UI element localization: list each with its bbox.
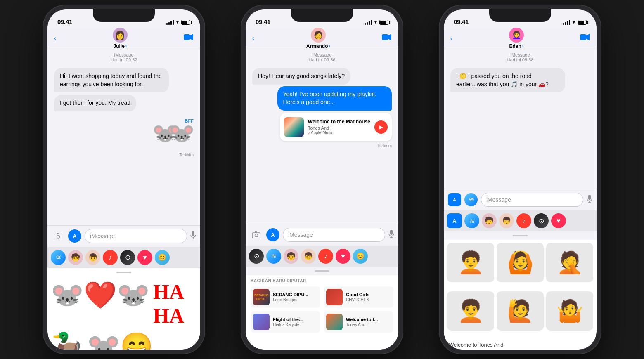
tray-vinyl-3[interactable]: ⊙ [534, 213, 549, 228]
messages-1: Hi! I went shopping today and found the … [47, 66, 200, 159]
avatar-1: 👩 [113, 28, 128, 43]
app-tray-2: ⊙ ≋ 🧒 👦 ♪ ♥ 😊 [246, 246, 398, 267]
tray-heart-2[interactable]: ♥ [336, 249, 350, 264]
video-button-1[interactable] [184, 33, 194, 43]
signal-3 [563, 20, 570, 25]
music-art-2 [284, 117, 304, 137]
sticker-mickey-laugh[interactable]: 🐭😄 [87, 331, 153, 350]
tray-music-3[interactable]: ♪ [516, 213, 531, 228]
tray-vinyl-1[interactable]: ⊙ [120, 250, 135, 265]
camera-button-2[interactable] [250, 228, 263, 241]
tray-avatar-2[interactable]: 👦 [85, 250, 100, 265]
play-button-2[interactable]: ▶ [374, 120, 388, 134]
video-button-3[interactable] [580, 33, 590, 43]
mic-button-3[interactable] [587, 195, 592, 205]
sticker-mickey-minnie-kiss[interactable]: 🐭❤️🐭 [51, 280, 150, 328]
phone-2-wrapper: 09.41 ▾ ‹ 🧑 [223, 0, 421, 359]
tray-avatar-3[interactable]: 🧒 [284, 249, 298, 264]
svg-point-3 [57, 235, 60, 238]
contact-info-1[interactable]: 👩 Julie › [113, 28, 128, 49]
contact-info-3[interactable]: 👩‍🦱 Eden › [509, 28, 524, 49]
msg-2-1: Hey! Hear any good songs lately? [252, 68, 350, 85]
nav-bar-1: ‹ 👩 Julie › [47, 28, 200, 49]
tray-teal-1[interactable]: 😊 [155, 250, 170, 265]
appstore-button-3[interactable]: A [448, 193, 461, 206]
input-bar-2: A iMessage [246, 224, 398, 246]
phone-1-wrapper: 09.41 ▾ ‹ [25, 0, 223, 359]
avatar-3: 👩‍🦱 [509, 28, 524, 43]
message-input-3[interactable]: iMessage [481, 193, 583, 207]
mic-button-2[interactable] [388, 230, 394, 240]
sticker-ha-ha[interactable]: HAHA [153, 280, 184, 328]
back-button-3[interactable]: ‹ [450, 34, 453, 43]
back-button-2[interactable]: ‹ [252, 34, 255, 43]
time-3: 09.41 [454, 18, 469, 25]
tray-waveform-1[interactable]: ≋ [51, 250, 66, 265]
app-tray-1: ≋ 🧒 👦 ♪ ⊙ ♥ 😊 [47, 247, 200, 268]
apps-button-2[interactable]: A [266, 228, 279, 241]
music-info-2: Welcome to the Madhouse Tones And I ♪ Ap… [308, 119, 370, 135]
avatar-2: 🧑 [311, 28, 326, 43]
tray-heart-1[interactable]: ♥ [137, 250, 152, 265]
camera-button-1[interactable] [52, 229, 65, 243]
mic-button-1[interactable] [190, 231, 196, 241]
chat-timestamp-1: iMessage Hari ini 09.32 [47, 52, 200, 62]
back-button-1[interactable]: ‹ [54, 34, 57, 43]
contact-info-2[interactable]: 🧑 Armando › [306, 28, 330, 49]
tray-waveform-2[interactable]: ≋ [266, 249, 281, 264]
battery-1 [181, 20, 190, 25]
svg-rect-0 [184, 34, 190, 40]
music-item-3[interactable]: Flight of the... Hiatus Kaiyote [251, 311, 320, 333]
tray-avatar-5[interactable]: 🧒 [482, 213, 497, 228]
tray-music-2[interactable]: ♪ [318, 249, 333, 264]
music-card-2[interactable]: Welcome to the Madhouse Tones And I ♪ Ap… [280, 113, 392, 141]
message-input-2[interactable]: iMessage [283, 228, 385, 242]
music-title-2: Welcome to the Madhouse [308, 119, 370, 125]
tray-heart-3[interactable]: ♥ [551, 213, 566, 228]
input-bar-3: A ≋ iMessage [444, 189, 597, 210]
phone-3-screen: 09.41 ▾ ‹ 👩‍� [444, 9, 597, 350]
music-item-4[interactable]: Welcome to t... Tones And I [324, 311, 393, 333]
music-item-2[interactable]: Good Girls CHVRCHES [324, 286, 393, 308]
tray-teal-2[interactable]: 😊 [353, 249, 368, 264]
status-icons-1: ▾ [166, 19, 190, 25]
tray-vinyl-2[interactable]: ⊙ [249, 249, 264, 264]
phone-1-screen: 09.41 ▾ ‹ [47, 9, 200, 350]
memoji-5[interactable]: 🙋 [497, 291, 544, 331]
msg-1-2: I got them for you. My treat! [54, 95, 136, 111]
handle-bar-1 [116, 272, 131, 273]
video-button-2[interactable] [382, 33, 392, 43]
music-artist-2: Tones And I [308, 125, 370, 130]
welcome-text: Welcome to Tones And [444, 340, 597, 350]
sticker-donald[interactable]: 🦆 [51, 331, 84, 350]
apps-button-1[interactable]: A [68, 229, 81, 243]
svg-marker-1 [190, 34, 193, 40]
phone-3-wrapper: 09.41 ▾ ‹ 👩‍� [421, 0, 619, 359]
memoji-4[interactable]: 🧑‍🦱 [447, 291, 494, 331]
music-item-1[interactable]: SEDANG DIPU... SEDANG DIPU... Leon Bridg… [251, 286, 320, 308]
svg-rect-8 [382, 34, 388, 40]
wifi-icon-1: ▾ [176, 19, 179, 25]
svg-rect-5 [192, 231, 194, 236]
tray-avatar-6[interactable]: 👦 [499, 213, 514, 228]
tray-avatar-4[interactable]: 👦 [301, 249, 316, 264]
status-icons-3: ▾ [563, 19, 587, 25]
svg-rect-2 [54, 234, 62, 239]
memoji-3[interactable]: 🤦 [546, 243, 593, 282]
tray-appstore-3[interactable]: A [447, 213, 462, 228]
tray-waveform-3[interactable]: ≋ [464, 213, 479, 228]
svg-rect-10 [252, 233, 260, 238]
memoji-2[interactable]: 🙆 [497, 243, 544, 282]
notch-1 [93, 9, 155, 22]
tray-music-1[interactable]: ♪ [103, 250, 118, 265]
phone-2-screen: 09.41 ▾ ‹ 🧑 [246, 9, 398, 350]
music-source-2: ♪ Apple Music [308, 130, 370, 135]
msg-2-2: Yeah! I've been updating my playlist. He… [277, 86, 392, 111]
message-input-1[interactable]: iMessage [85, 229, 187, 243]
tray-avatar-1[interactable]: 🧒 [68, 250, 83, 265]
memoji-6[interactable]: 🤷 [546, 291, 593, 331]
waveform-button-3[interactable]: ≋ [464, 193, 478, 206]
svg-point-11 [255, 234, 258, 237]
svg-rect-4 [57, 233, 59, 234]
memoji-1[interactable]: 🧑‍🦱 [447, 243, 494, 282]
